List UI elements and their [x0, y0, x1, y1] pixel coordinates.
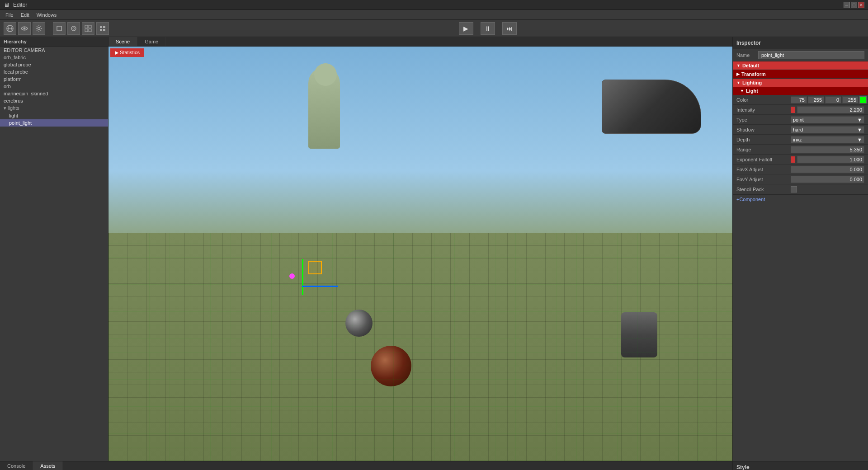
- svg-point-6: [71, 26, 76, 31]
- maximize-button[interactable]: □: [851, 2, 857, 8]
- color-b-input[interactable]: [825, 96, 841, 103]
- svg-rect-11: [89, 29, 91, 32]
- fovy-value: [791, 176, 864, 183]
- hierarchy-group-lights[interactable]: ▾ lights: [0, 104, 108, 112]
- svg-rect-10: [85, 29, 88, 32]
- pause-button[interactable]: ⏸: [481, 22, 495, 35]
- scene-pivot-dot: [289, 273, 295, 279]
- main-layout: Hierarchy EDITOR CAMERA orb_fabric globa…: [0, 37, 868, 461]
- inspector-row-exponent: Exponent Falloff: [733, 155, 868, 164]
- play-button[interactable]: ▶: [459, 22, 473, 35]
- inspector-row-shadow: Shadow hard ▼: [733, 125, 868, 135]
- stencil-value: [791, 186, 864, 193]
- svg-rect-8: [85, 25, 88, 28]
- exponent-input[interactable]: [797, 156, 864, 163]
- toolbar-icon-globe[interactable]: [4, 22, 16, 35]
- inspector-default-header[interactable]: ▼ Default: [733, 61, 868, 70]
- tab-assets[interactable]: Assets: [33, 461, 63, 470]
- toolbar-icon-box[interactable]: [53, 22, 66, 35]
- close-button[interactable]: ✕: [858, 2, 864, 8]
- scene-background: [108, 47, 732, 461]
- exponent-value: [791, 156, 864, 163]
- inspector-lighting-header[interactable]: ▼ Lighting: [733, 79, 868, 87]
- inspector-section-transform: ▶ Transform: [733, 70, 868, 79]
- tab-game[interactable]: Game: [137, 37, 166, 46]
- add-component-button[interactable]: +Component: [733, 195, 868, 204]
- inspector-section-default: ▼ Default: [733, 61, 868, 70]
- menu-edit[interactable]: Edit: [17, 11, 33, 19]
- color-g-input[interactable]: [808, 96, 824, 103]
- shadow-label: Shadow: [736, 127, 791, 132]
- titlebar-title: Editor: [13, 2, 27, 8]
- titlebar: 🖥 Editor ─ □ ✕: [0, 0, 868, 10]
- statistics-button[interactable]: ▶ Statistics: [110, 48, 144, 57]
- range-input[interactable]: [791, 146, 864, 153]
- toolbar-icon-quad[interactable]: [96, 22, 109, 35]
- tab-console[interactable]: Console: [0, 461, 33, 470]
- svg-point-7: [73, 28, 75, 29]
- style-panel: Style H: S: V: Main H: S: V: Area H: S:: [732, 461, 868, 470]
- style-header: Style: [733, 461, 868, 470]
- toolbar-icon-gear[interactable]: [33, 22, 45, 35]
- menu-file[interactable]: File: [2, 11, 17, 19]
- toolbar-icon-eye[interactable]: [18, 22, 31, 35]
- hierarchy-item-cerebrus[interactable]: cerebrus: [0, 97, 108, 104]
- hierarchy-editor-camera[interactable]: EDITOR CAMERA: [0, 47, 108, 54]
- hierarchy-item-light[interactable]: light: [0, 112, 108, 119]
- exponent-label: Exponent Falloff: [736, 157, 791, 162]
- color-a-input[interactable]: [842, 96, 859, 103]
- scene-mannequin-head: [314, 63, 337, 86]
- viewport[interactable]: ▶ Statistics: [108, 47, 732, 461]
- playback-controls: ▶ ⏸ ⏭: [111, 22, 864, 35]
- svg-rect-9: [89, 25, 91, 28]
- inspector-row-fovy: FovY Adjust: [733, 174, 868, 184]
- hierarchy-item-platform[interactable]: platform: [0, 75, 108, 83]
- shadow-value: hard ▼: [791, 126, 864, 133]
- inspector-transform-header[interactable]: ▶ Transform: [733, 70, 868, 78]
- toolbar-icon-grid[interactable]: [82, 22, 94, 35]
- type-dropdown[interactable]: point ▼: [791, 116, 864, 123]
- inspector-panel: Inspector Name ▼ Default ▶ Transform ▼ L…: [732, 37, 868, 461]
- intensity-input[interactable]: [797, 106, 864, 113]
- fovx-label: FovX Adjust: [736, 167, 791, 172]
- scene-sphere: [371, 346, 411, 386]
- stencil-checkbox[interactable]: [791, 186, 797, 193]
- color-label: Color: [736, 97, 791, 103]
- range-label: Range: [736, 147, 791, 152]
- hierarchy-header: Hierarchy: [0, 37, 108, 47]
- toolbar: ▶ ⏸ ⏭: [0, 20, 868, 37]
- shadow-dropdown[interactable]: hard ▼: [791, 126, 864, 133]
- hierarchy-item-mannequin[interactable]: mannequin_skinned: [0, 90, 108, 97]
- depth-dropdown[interactable]: invz ▼: [791, 136, 864, 143]
- hierarchy-item-point-light[interactable]: point_light: [0, 119, 108, 127]
- inspector-name-input[interactable]: [758, 51, 864, 59]
- fovx-value: [791, 166, 864, 173]
- depth-label: Depth: [736, 137, 791, 142]
- fovx-input[interactable]: [791, 166, 864, 173]
- toolbar-icon-ring[interactable]: [67, 22, 80, 35]
- tab-scene[interactable]: Scene: [108, 37, 137, 46]
- minimize-button[interactable]: ─: [844, 2, 850, 8]
- menu-windows[interactable]: Windows: [33, 11, 61, 19]
- color-r-input[interactable]: [791, 96, 807, 103]
- inspector-row-range: Range: [733, 145, 868, 155]
- inspector-section-lighting: ▼ Lighting ▼ Light Color: [733, 79, 868, 195]
- svg-rect-12: [100, 26, 102, 28]
- intensity-red-bar: [791, 107, 795, 113]
- hierarchy-item-orb-fabric[interactable]: orb_fabric: [0, 54, 108, 61]
- hierarchy-item-orb[interactable]: orb: [0, 83, 108, 90]
- inspector-light-subheader[interactable]: ▼ Light: [733, 87, 868, 95]
- inspector-row-type: Type point ▼: [733, 115, 868, 125]
- intensity-value: [791, 106, 864, 113]
- viewport-tabs: Scene Game: [108, 37, 732, 47]
- depth-value: invz ▼: [791, 136, 864, 143]
- hierarchy-item-local-probe[interactable]: local probe: [0, 68, 108, 75]
- fovy-input[interactable]: [791, 176, 864, 183]
- scene-blue-axis: [302, 286, 338, 287]
- scene-selection-box: [308, 261, 322, 274]
- step-button[interactable]: ⏭: [502, 22, 517, 35]
- color-swatch[interactable]: [859, 96, 867, 103]
- bottom-layout: Console Assets Import... data > assets >…: [0, 461, 868, 470]
- menubar: File Edit Windows: [0, 10, 868, 20]
- hierarchy-item-global-probe[interactable]: global probe: [0, 61, 108, 68]
